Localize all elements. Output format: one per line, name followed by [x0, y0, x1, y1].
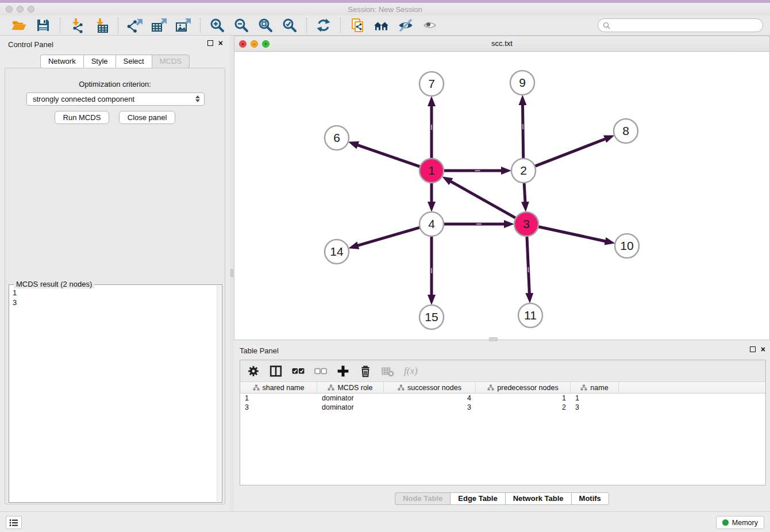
table-cell[interactable]: 2	[476, 403, 571, 412]
table-settings-gear-icon[interactable]	[247, 365, 260, 377]
zoom-in-icon[interactable]	[209, 17, 226, 34]
graph-edge-3-10[interactable]	[538, 226, 606, 241]
horizontal-splitter-handle[interactable]	[489, 337, 498, 341]
toolbar-separator	[118, 18, 118, 33]
export-image-icon[interactable]	[175, 17, 192, 34]
float-table-panel-icon[interactable]	[750, 346, 756, 352]
zoom-fit-icon[interactable]	[257, 17, 274, 34]
list-icon	[9, 519, 18, 527]
main-toolbar	[0, 16, 770, 36]
sort-tree-icon	[253, 384, 260, 391]
copy-network-icon[interactable]	[349, 17, 366, 34]
function-builder-icon[interactable]: f(x)	[404, 365, 418, 377]
save-session-icon[interactable]	[34, 17, 52, 34]
graph-node-label-14: 14	[330, 245, 344, 258]
split-view-icon[interactable]	[270, 365, 282, 377]
splitter-handle[interactable]	[230, 269, 233, 277]
import-network-icon[interactable]	[68, 17, 86, 34]
column-header-shared-name[interactable]: shared name	[240, 382, 317, 393]
result-scrollbar[interactable]	[217, 286, 221, 502]
table-row[interactable]: 3dominator323	[240, 403, 765, 412]
close-panel-button[interactable]: Close panel	[119, 111, 176, 124]
tab-select[interactable]: Select	[116, 55, 152, 68]
hide-selected-icon[interactable]	[397, 17, 414, 34]
graph-node-label-11: 11	[524, 309, 537, 322]
table-row[interactable]: 1dominator411	[240, 394, 765, 403]
refresh-icon[interactable]	[315, 17, 332, 34]
mcds-result-text[interactable]: 1 3	[10, 287, 216, 501]
table-cell[interactable]: 3	[571, 403, 619, 412]
show-eye-icon[interactable]	[421, 17, 438, 34]
search-input[interactable]	[613, 20, 763, 30]
edge-label-mark	[431, 268, 432, 273]
column-header-successor-nodes[interactable]: successor nodes	[384, 382, 476, 393]
table-body: 1dominator4113dominator323	[240, 394, 765, 412]
table-cell[interactable]: 3	[240, 403, 317, 412]
toolbar-separator	[340, 18, 341, 33]
select-all-icon[interactable]	[292, 365, 305, 377]
run-mcds-button[interactable]: Run MCDS	[55, 111, 110, 124]
table-cell[interactable]: 4	[384, 394, 476, 403]
zoom-selected-icon[interactable]	[281, 17, 298, 34]
table-cell[interactable]: 1	[240, 394, 317, 403]
select-stepper-icon	[195, 95, 200, 102]
close-panel-icon[interactable]: ×	[218, 40, 223, 46]
tab-network[interactable]: Network	[40, 55, 83, 68]
graph-node-label-10: 10	[620, 239, 633, 252]
open-session-icon[interactable]	[10, 17, 28, 34]
graph-node-label-3: 3	[523, 217, 530, 230]
network-title: scc.txt	[234, 39, 769, 48]
table-cell[interactable]: 3	[384, 403, 476, 412]
application-window: Session: New Session	[0, 0, 770, 532]
memory-button[interactable]: Memory	[716, 516, 764, 529]
optimization-criterion-label: Optimization criterion:	[5, 80, 225, 88]
export-table-icon[interactable]	[151, 17, 168, 34]
toolbar-separator	[306, 18, 307, 33]
network-window: × − + scc.txt 7968124314101511	[234, 36, 770, 340]
delete-column-icon[interactable]	[359, 365, 372, 377]
table-cell[interactable]: 1	[476, 394, 571, 403]
task-history-button[interactable]	[6, 516, 22, 529]
tab-motifs[interactable]: Motifs	[571, 492, 609, 505]
table-tabs: Node TableEdge TableNetwork TableMotifs	[234, 492, 770, 505]
sort-tree-icon	[487, 384, 494, 391]
graph-edge-2-8[interactable]	[535, 139, 606, 167]
delete-table-icon[interactable]	[382, 365, 394, 377]
home-icon[interactable]	[373, 17, 390, 34]
add-column-icon[interactable]	[337, 365, 349, 377]
network-graph[interactable]: 7968124314101511	[234, 52, 769, 340]
column-header-predecessor-nodes[interactable]: predecessor nodes	[476, 382, 571, 393]
graph-edge-2-3[interactable]	[524, 183, 525, 202]
tab-network-table[interactable]: Network Table	[505, 492, 571, 505]
tab-mcds[interactable]: MCDS	[152, 55, 190, 68]
column-header-MCDS-role[interactable]: MCDS role	[317, 382, 384, 393]
table-cell[interactable]: dominator	[317, 394, 384, 403]
tab-node-table[interactable]: Node Table	[395, 492, 450, 505]
graph-edge-3-11[interactable]	[527, 236, 529, 294]
sort-tree-icon	[580, 384, 587, 391]
import-table-icon[interactable]	[93, 17, 110, 34]
search-field[interactable]	[598, 18, 763, 32]
table-header-row: shared nameMCDS rolesuccessor nodesprede…	[240, 382, 765, 394]
zoom-out-icon[interactable]	[233, 17, 250, 34]
export-network-icon[interactable]	[126, 17, 144, 34]
graph-edge-4-14[interactable]	[357, 228, 419, 246]
network-canvas[interactable]: 7968124314101511	[234, 52, 769, 340]
close-table-panel-icon[interactable]: ×	[761, 346, 765, 352]
criterion-select[interactable]: strongly connected component	[26, 92, 205, 106]
column-header-name[interactable]: name	[571, 382, 619, 393]
graph-edge-2-9[interactable]	[522, 105, 523, 159]
tab-style[interactable]: Style	[83, 55, 116, 68]
table-panel: Table Panel ×	[234, 342, 770, 511]
graph-edge-1-6[interactable]	[357, 145, 420, 167]
table-cell[interactable]: dominator	[317, 403, 384, 412]
sort-tree-icon	[398, 384, 405, 391]
tab-edge-table[interactable]: Edge Table	[450, 492, 505, 505]
graph-edge-3-1[interactable]	[451, 182, 516, 218]
edge-label-mark	[475, 170, 480, 171]
float-panel-icon[interactable]	[207, 40, 213, 46]
memory-status-icon	[722, 519, 729, 526]
table-cell[interactable]: 1	[571, 394, 619, 403]
deselect-all-icon[interactable]	[314, 365, 327, 377]
panel-splitter[interactable]	[230, 36, 234, 511]
